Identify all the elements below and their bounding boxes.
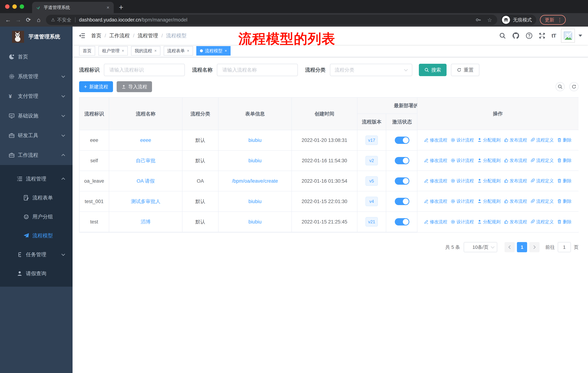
process-definition-link[interactable]: 流程定义	[530, 178, 554, 184]
toggle-search-button[interactable]	[556, 82, 565, 91]
version-tag[interactable]: v17	[366, 135, 378, 145]
form-info-link[interactable]: biubiu	[248, 138, 262, 143]
tag-close-icon[interactable]: ×	[225, 49, 227, 53]
refresh-table-button[interactable]	[569, 82, 578, 91]
tag-close-icon[interactable]: ×	[122, 49, 124, 53]
delete-process-link[interactable]: 删除	[557, 178, 572, 184]
sidebar-item-process-model[interactable]: 流程模型	[0, 226, 73, 245]
active-toggle[interactable]	[395, 218, 409, 225]
design-process-link[interactable]: 设计流程	[451, 178, 474, 184]
edit-process-link[interactable]: 修改流程	[424, 219, 447, 225]
tag-my-process[interactable]: 我的流程 ×	[131, 46, 160, 56]
new-tab-button[interactable]: +	[119, 4, 123, 11]
user-avatar[interactable]	[561, 29, 575, 43]
maximize-window-button[interactable]	[20, 4, 24, 9]
sidebar-item-process-management[interactable]: 流程管理	[0, 169, 73, 188]
edit-process-link[interactable]: 修改流程	[424, 158, 447, 163]
current-page-button[interactable]: 1	[517, 242, 527, 252]
sidebar-item-workflow[interactable]: 工作流程	[0, 145, 73, 165]
avatar-caret-icon[interactable]	[578, 35, 582, 37]
category-select[interactable]: 流程分类	[330, 64, 412, 76]
process-definition-link[interactable]: 流程定义	[530, 219, 554, 225]
process-name-link[interactable]: eeee	[140, 138, 151, 143]
sidebar-item-user-group[interactable]: 用户分组	[0, 207, 73, 226]
process-name-link[interactable]: 滔博	[141, 219, 151, 225]
edit-process-link[interactable]: 修改流程	[424, 198, 447, 204]
process-definition-link[interactable]: 流程定义	[530, 137, 554, 143]
active-toggle[interactable]	[395, 198, 409, 205]
sidebar-item-process-form[interactable]: 流程表单	[0, 188, 73, 207]
active-toggle[interactable]	[395, 177, 409, 185]
version-tag[interactable]: v21	[366, 217, 378, 227]
process-definition-link[interactable]: 流程定义	[530, 198, 554, 204]
sidebar-item-leave-query[interactable]: 请假查询	[0, 264, 73, 283]
assign-rule-link[interactable]: 分配规则	[477, 198, 501, 204]
deploy-process-link[interactable]: 发布流程	[504, 219, 527, 225]
reset-button[interactable]: 重置	[451, 64, 479, 76]
help-icon[interactable]	[526, 32, 533, 39]
active-toggle[interactable]	[395, 157, 409, 164]
browser-tab[interactable]: 芋道管理系统 ×	[32, 2, 114, 13]
deploy-process-link[interactable]: 发布流程	[504, 178, 527, 184]
tag-tenant[interactable]: 租户管理 ×	[98, 46, 128, 56]
deploy-process-link[interactable]: 发布流程	[504, 198, 527, 204]
process-name-link[interactable]: 测试多审批人	[131, 199, 160, 204]
process-name-link[interactable]: OA 请假	[136, 178, 155, 184]
tag-process-form[interactable]: 流程表单 ×	[164, 46, 193, 56]
design-process-link[interactable]: 设计流程	[451, 219, 474, 225]
version-tag[interactable]: v2	[366, 156, 378, 165]
design-process-link[interactable]: 设计流程	[451, 198, 474, 204]
password-key-icon[interactable]	[475, 17, 481, 23]
page-size-select[interactable]: 10条/页	[464, 242, 497, 252]
home-icon[interactable]: ⌂	[33, 17, 44, 23]
reload-icon[interactable]: ⟳	[23, 16, 33, 23]
search-button[interactable]: 搜索	[419, 64, 447, 76]
update-label[interactable]: 更新	[545, 17, 554, 23]
form-info-link[interactable]: /bpm/oa/leave/create	[232, 178, 278, 184]
sidebar-item-devtools[interactable]: 研发工具	[0, 126, 73, 145]
process-definition-link[interactable]: 流程定义	[530, 158, 554, 163]
prev-page-button[interactable]	[504, 242, 515, 252]
goto-page-input[interactable]	[558, 242, 571, 252]
browser-update-button[interactable]: 更新 ⋮	[540, 15, 566, 25]
browser-menu-icon[interactable]: ⋮	[557, 17, 562, 23]
delete-process-link[interactable]: 删除	[557, 158, 572, 163]
next-page-button[interactable]	[529, 242, 539, 252]
assign-rule-link[interactable]: 分配规则	[477, 178, 501, 184]
search-icon[interactable]	[499, 32, 506, 39]
deploy-process-link[interactable]: 发布流程	[504, 158, 527, 163]
sidebar-item-system[interactable]: 系统管理	[0, 67, 73, 86]
address-bar[interactable]: ⚠ 不安全 dashboard.yudao.iocoder.cn/bpm/man…	[46, 15, 497, 25]
design-process-link[interactable]: 设计流程	[451, 158, 474, 163]
assign-rule-link[interactable]: 分配规则	[477, 219, 501, 225]
breadcrumb-home[interactable]: 首页	[91, 32, 101, 39]
process-key-input[interactable]	[104, 64, 185, 76]
import-process-button[interactable]: 导入流程	[117, 81, 152, 92]
font-size-icon[interactable]: tT	[552, 33, 556, 39]
create-process-button[interactable]: + 新建流程	[79, 81, 113, 92]
tag-process-model[interactable]: 流程模型 ×	[196, 46, 231, 56]
edit-process-link[interactable]: 修改流程	[424, 178, 447, 184]
edit-process-link[interactable]: 修改流程	[424, 137, 447, 143]
fullscreen-icon[interactable]	[539, 32, 545, 39]
tag-home[interactable]: 首页	[79, 46, 95, 56]
delete-process-link[interactable]: 删除	[557, 198, 572, 204]
forward-icon[interactable]: →	[13, 17, 23, 23]
deploy-process-link[interactable]: 发布流程	[504, 137, 527, 143]
delete-process-link[interactable]: 删除	[557, 219, 572, 225]
security-label[interactable]: 不安全	[57, 17, 72, 23]
process-name-input[interactable]	[217, 64, 298, 76]
sidebar-item-payment[interactable]: ¥ 支付管理	[0, 86, 73, 106]
hamburger-collapse-icon[interactable]	[79, 33, 85, 39]
sidebar-item-infrastructure[interactable]: 基础设施	[0, 106, 73, 126]
close-window-button[interactable]	[5, 4, 10, 9]
bookmark-star-icon[interactable]: ☆	[487, 17, 492, 23]
breadcrumb-process-management[interactable]: 流程管理	[138, 32, 158, 39]
version-tag[interactable]: v4	[366, 197, 378, 206]
minimize-window-button[interactable]	[12, 4, 17, 9]
sidebar-item-task-management[interactable]: 任务管理	[0, 245, 73, 264]
active-toggle[interactable]	[395, 137, 409, 144]
tag-close-icon[interactable]: ×	[187, 49, 189, 53]
form-info-link[interactable]: biubiu	[248, 158, 262, 163]
form-info-link[interactable]: biubiu	[248, 199, 262, 204]
